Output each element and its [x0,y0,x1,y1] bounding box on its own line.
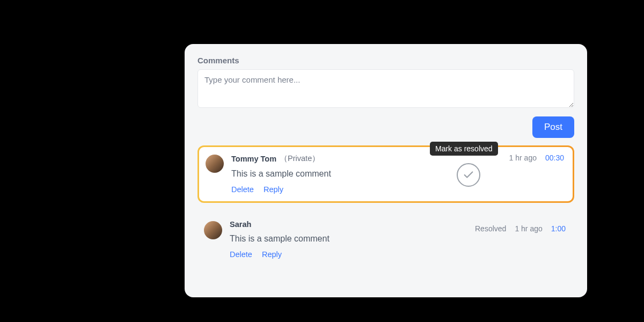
resolved-label: Resolved [475,224,506,233]
visibility-tag: （Private） [280,153,320,164]
reply-link[interactable]: Reply [262,250,282,259]
post-row: Post [197,116,574,138]
comment-meta: 1 hr ago 00:30 [509,153,564,162]
reply-link[interactable]: Reply [264,185,283,194]
avatar [206,155,224,173]
author-name: Tommy Tom [231,155,276,163]
comment-item: Tommy Tom （Private） This is a sample com… [199,147,573,201]
time-ago: 1 hr ago [509,153,537,162]
comment-meta: Resolved 1 hr ago 1:00 [475,224,566,233]
highlighted-comment: Tommy Tom （Private） This is a sample com… [197,145,574,203]
mark-resolved-button[interactable] [457,163,480,187]
comment-actions: Delete Reply [230,250,566,259]
delete-link[interactable]: Delete [230,250,252,259]
comments-panel: Comments Post Tommy Tom （Private） This i… [185,44,587,297]
delete-link[interactable]: Delete [231,185,254,194]
comment-item: Sarah This is a sample comment Delete Re… [197,218,574,266]
comment-text: This is a sample comment [231,169,564,179]
timecode-link[interactable]: 1:00 [551,224,566,233]
comment-actions: Delete Reply [231,185,564,194]
author-name: Sarah [230,220,251,229]
time-ago: 1 hr ago [515,224,542,233]
post-button[interactable]: Post [532,116,574,138]
comment-input[interactable] [197,69,574,108]
timecode-link[interactable]: 00:30 [545,153,564,162]
mark-resolved-tooltip: Mark as resolved [430,142,498,156]
check-icon [463,169,474,181]
comment-text: This is a sample comment [230,234,566,244]
section-title: Comments [197,56,574,65]
avatar [204,221,222,239]
